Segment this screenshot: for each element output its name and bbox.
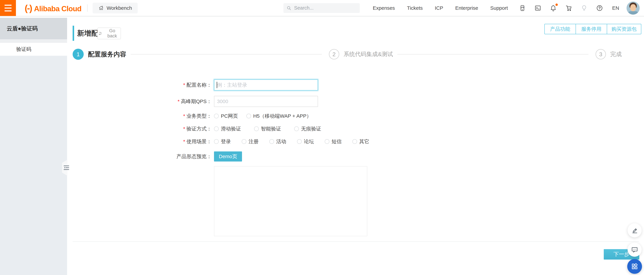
- sidebar-item-captcha[interactable]: 验证码: [0, 43, 67, 56]
- chat-support-fab[interactable]: [628, 243, 642, 257]
- radio-scene-forum[interactable]: 论坛: [297, 138, 314, 145]
- step-2-circle: 2: [329, 49, 339, 60]
- home-icon: [98, 5, 104, 11]
- sidebar: 云盾●验证码 验证码: [0, 17, 67, 275]
- radio-circle-icon: [297, 139, 302, 144]
- global-search: [284, 3, 360, 13]
- nav-enterprise[interactable]: Enterprise: [455, 5, 478, 11]
- nav-icp[interactable]: ICP: [435, 5, 443, 11]
- collapse-menu-icon[interactable]: [63, 164, 70, 172]
- go-back-button[interactable]: Go back: [98, 28, 121, 39]
- radio-scene-activity[interactable]: 活动: [269, 138, 286, 145]
- product-preview-label: 产品形态预览：: [67, 153, 212, 160]
- title-accent-bar: [72, 26, 74, 41]
- sidebar-top-gap: [0, 17, 67, 18]
- notification-badge: [556, 4, 558, 6]
- footer-divider: [72, 241, 639, 242]
- step-3-label: 完成: [610, 50, 622, 58]
- step-1-label: 配置服务内容: [88, 50, 126, 59]
- radio-circle-icon: [214, 126, 219, 131]
- config-name-input[interactable]: [214, 79, 318, 91]
- header-nav: Expenses Tickets ICP Enterprise Support: [373, 5, 508, 11]
- mobile-app-icon[interactable]: APP: [518, 4, 526, 12]
- radio-circle-icon: [294, 126, 299, 131]
- apps-grid-icon: [631, 262, 638, 270]
- buy-resource-pack-button[interactable]: 购买资源包: [607, 24, 641, 34]
- form-row-verify-method: *验证方式： 滑动验证 智能验证 无痕验证: [67, 124, 470, 133]
- radio-scene-register[interactable]: 注册: [242, 138, 258, 145]
- quick-apps-fab[interactable]: [627, 259, 642, 274]
- help-icon[interactable]: [596, 4, 604, 12]
- nav-support[interactable]: Support: [490, 5, 508, 11]
- step-connector: [397, 54, 588, 55]
- required-asterisk: *: [183, 113, 185, 119]
- radio-scene-other[interactable]: 其它: [352, 138, 369, 145]
- avatar-body: [628, 11, 638, 15]
- radio-h5[interactable]: H5（移动端WAP + APP）: [246, 113, 312, 120]
- required-asterisk: *: [183, 126, 185, 131]
- step-2-label: 系统代码集成&测试: [344, 50, 393, 58]
- radio-scene-sms[interactable]: 短信: [325, 138, 342, 145]
- step-wizard: 1 配置服务内容 2 系统代码集成&测试 3 完成: [72, 48, 626, 60]
- verify-method-label: *验证方式：: [67, 125, 212, 132]
- step-3-circle: 3: [596, 49, 606, 60]
- sidebar-background: [0, 56, 67, 275]
- text-caret: [217, 82, 217, 88]
- demo-page-button[interactable]: Demo页: [214, 151, 242, 161]
- shopping-cart-icon[interactable]: [565, 4, 572, 12]
- language-switch[interactable]: EN: [612, 5, 619, 11]
- demo-preview-area: [214, 166, 367, 236]
- feedback-edit-fab[interactable]: [628, 223, 642, 237]
- radio-circle-icon: [246, 114, 251, 118]
- console-terminal-icon[interactable]: [534, 4, 542, 12]
- svg-text:APP: APP: [520, 6, 524, 9]
- radio-invisible-verify[interactable]: 无痕验证: [294, 125, 321, 132]
- alibaba-logo-text: Alibaba Cloud: [34, 5, 82, 13]
- form-row-business-type: *业务类型： PC网页 H5（移动端WAP + APP）: [67, 111, 470, 121]
- form-row-peak-qps: *高峰期QPS：: [67, 96, 470, 107]
- form-row-product-preview: 产品形态预览： Demo页: [67, 151, 470, 161]
- top-header: (-) Alibaba Cloud Workbench Expenses Tic…: [0, 0, 644, 17]
- required-asterisk: *: [183, 139, 185, 144]
- go-back-label: Go back: [104, 28, 120, 39]
- radio-circle-icon: [242, 139, 246, 144]
- search-input[interactable]: [294, 5, 351, 11]
- radio-smart-verify[interactable]: 智能验证: [254, 125, 281, 132]
- nav-expenses[interactable]: Expenses: [373, 5, 395, 11]
- radio-circle-icon: [214, 114, 219, 118]
- radio-scene-login[interactable]: 登录: [214, 138, 231, 145]
- peak-qps-label: *高峰期QPS：: [67, 98, 212, 105]
- radio-circle-icon: [254, 126, 259, 131]
- workbench-button[interactable]: Workbench: [92, 3, 138, 14]
- header-divider: [87, 4, 88, 12]
- step-1-circle: 1: [72, 49, 84, 60]
- radio-slide-verify[interactable]: 滑动验证: [214, 125, 241, 132]
- radio-pc-web[interactable]: PC网页: [214, 113, 238, 120]
- form-row-config-name: *配置名称：: [67, 79, 470, 91]
- lightbulb-icon[interactable]: [580, 4, 588, 12]
- config-name-label: *配置名称：: [67, 82, 212, 89]
- business-type-label: *业务类型：: [67, 113, 212, 120]
- alibaba-cloud-logo[interactable]: (-) Alibaba Cloud: [25, 3, 82, 13]
- go-back-icon: [98, 31, 102, 36]
- peak-qps-input[interactable]: [214, 96, 318, 107]
- hamburger-menu-icon[interactable]: [0, 0, 16, 16]
- radio-circle-icon: [352, 139, 357, 144]
- header-icon-group: APP: [518, 4, 604, 12]
- radio-circle-icon: [214, 139, 219, 144]
- form-row-usage-scene: *使用场景： 登录 注册 活动 论坛 短信: [67, 137, 470, 146]
- chat-bubble-icon: [631, 246, 638, 253]
- user-avatar[interactable]: [626, 2, 640, 15]
- disable-service-button[interactable]: 服务停用: [576, 24, 607, 34]
- alibaba-logo-mark-icon: (-): [25, 3, 32, 13]
- required-asterisk: *: [183, 82, 185, 88]
- nav-tickets[interactable]: Tickets: [407, 5, 423, 11]
- sidebar-product-title: 云盾●验证码: [0, 18, 67, 39]
- product-features-button[interactable]: 产品功能: [544, 24, 576, 34]
- avatar-face: [630, 4, 636, 11]
- main-content: 新增配置 Go back 产品功能 服务停用 购买资源包 1 配置服务内容 2 …: [67, 17, 644, 275]
- notification-bell-icon[interactable]: [550, 4, 557, 12]
- usage-scene-label: *使用场景：: [67, 138, 212, 145]
- search-icon: [286, 6, 292, 11]
- required-asterisk: *: [178, 99, 180, 104]
